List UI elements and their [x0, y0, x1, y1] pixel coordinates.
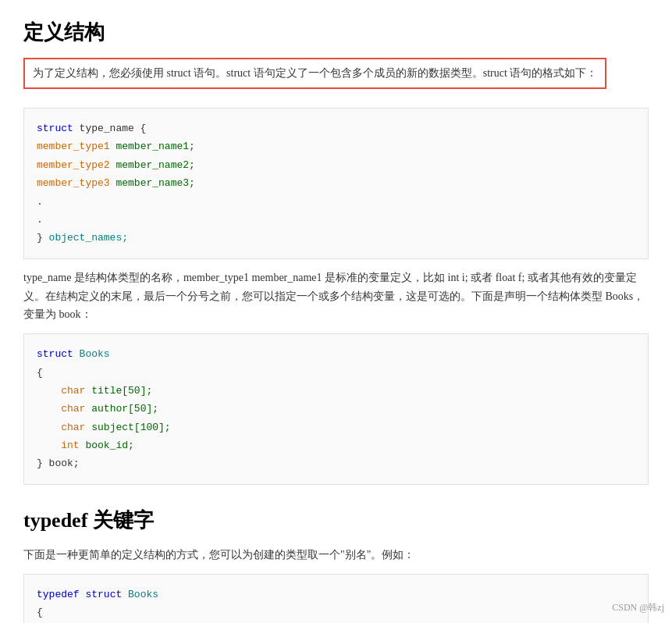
var-name: member_name1;	[116, 141, 194, 152]
code-line: member_type3 member_name3;	[37, 174, 635, 192]
code-line: char author[50];	[37, 400, 635, 418]
code-block-2: struct Books { char title[50]; char auth…	[23, 333, 649, 485]
section1-title: 定义结构	[23, 16, 649, 50]
code-line: struct Books	[37, 345, 635, 363]
section-define-struct: 定义结构 为了定义结构，您必须使用 struct 语句。struct 语句定义了…	[23, 16, 649, 485]
highlight-text: 为了定义结构，您必须使用 struct 语句。struct 语句定义了一个包含多…	[33, 67, 597, 79]
code-line: char title[50];	[37, 382, 635, 400]
var-name: member_name2;	[116, 159, 194, 171]
code-line: {	[37, 603, 635, 621]
highlight-description: 为了定义结构，您必须使用 struct 语句。struct 语句定义了一个包含多…	[23, 58, 606, 89]
code-line: } book;	[37, 454, 635, 472]
type-name: member_type1	[37, 141, 116, 152]
code-line: member_type1 member_name1;	[37, 137, 635, 155]
var-name: member_name3;	[116, 177, 194, 189]
obj-name: object_names;	[49, 232, 128, 244]
section-typedef: typedef 关键字 下面是一种更简单的定义结构的方式，您可以为创建的类型取一…	[23, 504, 649, 623]
keyword-struct: struct	[37, 123, 80, 134]
code-block-3: typedef struct Books { char title[50]; c…	[23, 574, 649, 623]
section2-title: typedef 关键字	[23, 504, 649, 538]
watermark: CSDN @韩zj	[612, 600, 664, 615]
code-line: .	[37, 193, 635, 211]
code-line: member_type2 member_name2;	[37, 156, 635, 174]
type-name: member_type2	[37, 159, 116, 171]
type-name: member_type3	[37, 177, 116, 189]
section1-description: type_name 是结构体类型的名称，member_type1 member_…	[23, 269, 649, 324]
code-line: char subject[100];	[37, 418, 635, 436]
code-line: int book_id;	[37, 436, 635, 454]
code-line: typedef struct Books	[37, 586, 635, 603]
section2-description: 下面是一种更简单的定义结构的方式，您可以为创建的类型取一个"别名"。例如：	[23, 546, 649, 564]
code-block-1: struct type_name { member_type1 member_n…	[23, 108, 649, 259]
code-line: struct type_name {	[37, 119, 635, 137]
code-line: .	[37, 211, 635, 229]
code-line: {	[37, 364, 635, 382]
code-line: } object_names;	[37, 229, 635, 247]
